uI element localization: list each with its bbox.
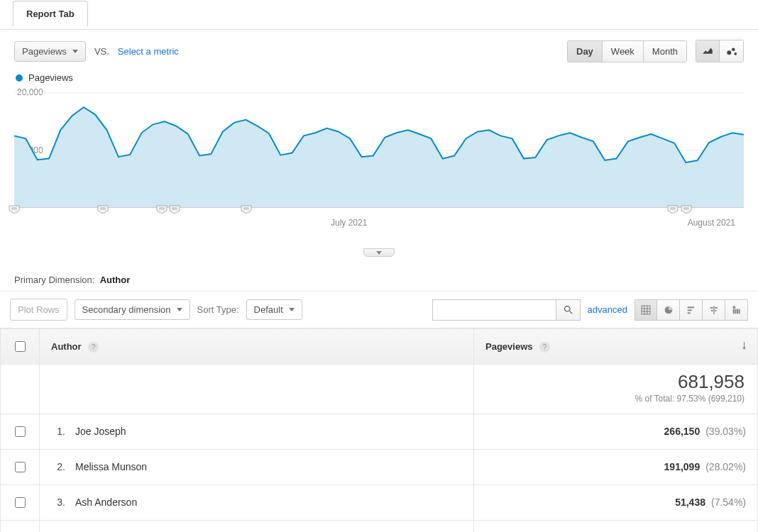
annotation-marker-icon[interactable]: [681, 205, 692, 214]
sort-type-value: Default: [254, 304, 283, 315]
row-number: 3.: [51, 497, 65, 508]
row-pct: (28.02%): [705, 461, 746, 472]
primary-dimension: Primary Dimension: Author: [0, 239, 758, 291]
header-metric-label: Pageviews: [485, 341, 533, 352]
legend-dot-icon: [16, 74, 23, 82]
controls-row: Pageviews VS. Select a metric Day Week M…: [0, 30, 758, 67]
header-dimension-label: Author: [51, 341, 82, 352]
chart-type-toggle: [696, 40, 744, 62]
total-subtext: % of Total: 97.53% (699,210): [635, 394, 745, 404]
legend-label: Pageviews: [28, 72, 73, 83]
plot-rows-button[interactable]: Plot Rows: [10, 299, 67, 321]
secondary-dimension-dropdown[interactable]: Secondary dimension: [75, 299, 190, 320]
x-tick: August 2021: [688, 218, 735, 228]
pie-view-icon[interactable]: [657, 299, 680, 321]
totals-row: 681,958 % of Total: 97.53% (699,210): [1, 365, 758, 414]
row-author: Melissa Munson: [75, 461, 147, 472]
metric-selector-label: Pageviews: [22, 46, 67, 57]
svg-point-1: [732, 48, 735, 52]
chart-legend: Pageviews: [0, 67, 758, 83]
bar-view-icon[interactable]: [680, 299, 703, 321]
caret-down-icon: [289, 308, 295, 311]
annotation-marker-icon[interactable]: [97, 205, 109, 214]
row-number: 2.: [51, 461, 65, 472]
search-button[interactable]: [556, 299, 581, 321]
vs-label: VS.: [94, 46, 109, 57]
table-search: [432, 299, 581, 321]
data-table: Author ? Pageviews ? ↓ 681,958 % of Tota…: [0, 328, 758, 532]
svg-rect-32: [710, 307, 713, 309]
granularity-day[interactable]: Day: [567, 40, 603, 62]
table-row[interactable]: 1.Joe Joseph266,150(39.03%): [1, 414, 758, 449]
header-checkbox-col: [1, 329, 40, 365]
annotation-marker-icon[interactable]: [156, 205, 167, 214]
select-all-checkbox[interactable]: [15, 341, 26, 352]
tab-report[interactable]: Report Tab: [13, 1, 88, 27]
svg-rect-35: [715, 310, 716, 311]
svg-rect-28: [687, 306, 693, 308]
caret-down-icon: [376, 251, 382, 255]
granularity-segmented: Day Week Month: [567, 40, 687, 62]
caret-down-icon: [72, 50, 78, 53]
help-icon[interactable]: ?: [539, 342, 550, 353]
comparison-view-icon[interactable]: [703, 299, 725, 321]
row-checkbox[interactable]: [15, 497, 26, 508]
help-icon[interactable]: ?: [88, 342, 99, 353]
expand-handle[interactable]: [363, 248, 395, 257]
table-row[interactable]: 4.Julie Johnson42,702(6.26%): [1, 520, 758, 532]
annotation-marker-icon[interactable]: [667, 205, 679, 214]
svg-rect-31: [713, 306, 714, 314]
granularity-month[interactable]: Month: [644, 40, 687, 62]
svg-rect-39: [737, 309, 738, 314]
annotation-marker-icon[interactable]: [241, 205, 252, 214]
svg-line-21: [569, 311, 572, 314]
row-pct: (7.54%): [711, 497, 746, 508]
search-icon: [563, 304, 573, 315]
chart: 20,000 10,000 July 2021August 2021: [0, 83, 758, 239]
pivot-view-icon[interactable]: [725, 299, 748, 321]
secondary-dimension-label: Secondary dimension: [82, 304, 171, 315]
svg-rect-38: [735, 309, 736, 314]
caret-down-icon: [177, 308, 182, 311]
sort-type-label: Sort Type:: [197, 304, 239, 315]
row-author: Ash Anderson: [75, 497, 137, 508]
svg-rect-30: [687, 312, 690, 314]
motion-chart-icon[interactable]: [720, 40, 744, 62]
granularity-week[interactable]: Week: [603, 40, 644, 62]
table-row[interactable]: 3.Ash Anderson51,438(7.54%): [1, 484, 758, 520]
svg-rect-22: [642, 306, 650, 314]
annotation-marker-icon[interactable]: [9, 205, 20, 214]
annotation-marker-icon[interactable]: [169, 205, 180, 214]
primary-dimension-prefix: Primary Dimension:: [14, 275, 94, 285]
svg-rect-40: [738, 309, 740, 314]
x-tick: July 2021: [331, 218, 367, 228]
search-input[interactable]: [432, 299, 556, 321]
row-value: 266,150: [664, 426, 701, 437]
row-checkbox[interactable]: [15, 426, 26, 437]
line-chart-icon[interactable]: [696, 40, 720, 62]
total-value: 681,958: [487, 372, 745, 392]
svg-point-0: [727, 50, 731, 55]
compare-metric-link[interactable]: Select a metric: [118, 46, 179, 57]
svg-point-20: [564, 306, 570, 312]
svg-rect-29: [687, 309, 691, 311]
table-toolbar: Plot Rows Secondary dimension Sort Type:…: [0, 291, 758, 328]
row-pct: (39.03%): [705, 426, 746, 437]
svg-point-2: [734, 52, 737, 55]
view-mode-toggle: [635, 299, 748, 321]
advanced-link[interactable]: advanced: [588, 304, 627, 315]
metric-selector[interactable]: Pageviews: [14, 41, 86, 62]
svg-rect-36: [732, 306, 735, 308]
row-checkbox[interactable]: [15, 462, 26, 472]
table-view-icon[interactable]: [635, 299, 657, 321]
header-metric[interactable]: Pageviews ? ↓: [474, 329, 758, 365]
header-dimension[interactable]: Author ?: [40, 329, 474, 365]
svg-rect-34: [711, 310, 713, 311]
svg-rect-33: [715, 307, 717, 309]
sort-type-dropdown[interactable]: Default: [246, 299, 302, 320]
table-row[interactable]: 2.Melissa Munson191,099(28.02%): [1, 449, 758, 484]
sort-descending-icon: ↓: [741, 338, 747, 353]
primary-dimension-value: Author: [100, 275, 131, 285]
chart-svg: [14, 83, 744, 214]
row-value: 191,099: [664, 461, 701, 472]
